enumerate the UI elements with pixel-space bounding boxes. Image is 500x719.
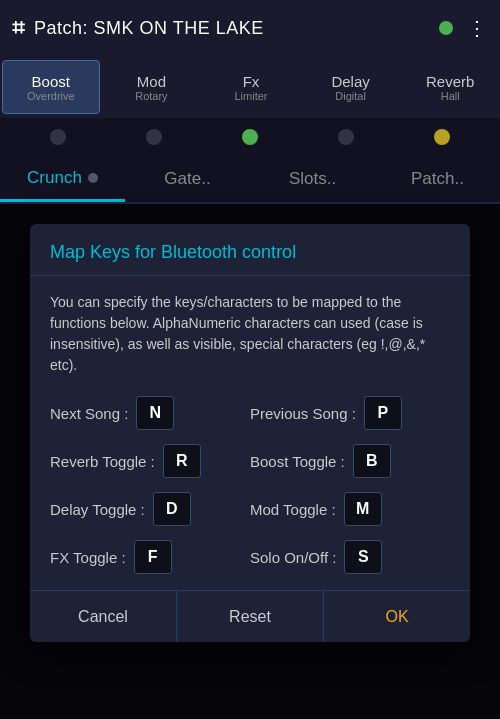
mapping-boost-toggle: Boost Toggle : <box>250 444 450 478</box>
delay-toggle-label: Delay Toggle : <box>50 501 145 518</box>
dialog-description: You can specify the keys/characters to b… <box>50 292 450 376</box>
solo-onoff-input[interactable] <box>344 540 382 574</box>
reset-button[interactable]: Reset <box>177 591 324 642</box>
overlay-backdrop: Map Keys for Bluetooth control You can s… <box>0 204 500 719</box>
subtab-gate-label: Gate.. <box>164 169 210 189</box>
mapping-row-1: Reverb Toggle : Boost Toggle : <box>50 444 450 478</box>
tab-boost-sublabel: Overdrive <box>27 90 75 102</box>
tab-delay[interactable]: Delay Digital <box>303 60 399 114</box>
app-icon: ⌗ <box>12 15 24 41</box>
header-bar: ⌗ Patch: SMK ON THE LAKE ⋮ <box>0 0 500 56</box>
bluetooth-status-dot <box>439 21 453 35</box>
tab-boost[interactable]: Boost Overdrive <box>2 60 100 114</box>
mapping-solo-onoff: Solo On/Off : <box>250 540 450 574</box>
tab-delay-sublabel: Digital <box>335 90 366 102</box>
tab-mod-sublabel: Rotary <box>135 90 167 102</box>
solo-onoff-label: Solo On/Off : <box>250 549 336 566</box>
tab-mod-label: Mod <box>137 73 166 90</box>
menu-button[interactable]: ⋮ <box>467 16 488 40</box>
led-row <box>0 118 500 156</box>
subtab-slots[interactable]: Slots.. <box>250 156 375 202</box>
subtab-patch-label: Patch.. <box>411 169 464 189</box>
patch-title: Patch: SMK ON THE LAKE <box>34 18 264 39</box>
tab-fx[interactable]: Fx Limiter <box>203 60 299 114</box>
subtab-slots-label: Slots.. <box>289 169 336 189</box>
led-fx <box>242 129 258 145</box>
subtab-row: Crunch Gate.. Slots.. Patch.. <box>0 156 500 204</box>
bluetooth-map-dialog: Map Keys for Bluetooth control You can s… <box>30 224 470 642</box>
tab-delay-label: Delay <box>331 73 369 90</box>
tab-boost-label: Boost <box>32 73 70 90</box>
mapping-row-3: FX Toggle : Solo On/Off : <box>50 540 450 574</box>
mapping-fx-toggle: FX Toggle : <box>50 540 250 574</box>
dialog-title: Map Keys for Bluetooth control <box>30 224 470 276</box>
next-song-label: Next Song : <box>50 405 128 422</box>
previous-song-label: Previous Song : <box>250 405 356 422</box>
boost-toggle-label: Boost Toggle : <box>250 453 345 470</box>
header-right: ⋮ <box>439 16 488 40</box>
mod-toggle-input[interactable] <box>344 492 382 526</box>
dialog-footer: Cancel Reset OK <box>30 590 470 642</box>
mapping-next-song: Next Song : <box>50 396 250 430</box>
subtab-patch[interactable]: Patch.. <box>375 156 500 202</box>
previous-song-input[interactable] <box>364 396 402 430</box>
mapping-delay-toggle: Delay Toggle : <box>50 492 250 526</box>
led-delay <box>338 129 354 145</box>
mapping-row-0: Next Song : Previous Song : <box>50 396 450 430</box>
tab-mod[interactable]: Mod Rotary <box>104 60 200 114</box>
dialog-body: You can specify the keys/characters to b… <box>30 276 470 590</box>
led-mod <box>146 129 162 145</box>
tab-reverb[interactable]: Reverb Hall <box>402 60 498 114</box>
cancel-button[interactable]: Cancel <box>30 591 177 642</box>
tab-row: Boost Overdrive Mod Rotary Fx Limiter De… <box>0 56 500 118</box>
tab-fx-label: Fx <box>243 73 260 90</box>
reverb-toggle-input[interactable] <box>163 444 201 478</box>
mapping-mod-toggle: Mod Toggle : <box>250 492 450 526</box>
mod-toggle-label: Mod Toggle : <box>250 501 336 518</box>
led-reverb <box>434 129 450 145</box>
boost-toggle-input[interactable] <box>353 444 391 478</box>
subtab-crunch-dot <box>88 173 98 183</box>
subtab-gate[interactable]: Gate.. <box>125 156 250 202</box>
fx-toggle-input[interactable] <box>134 540 172 574</box>
delay-toggle-input[interactable] <box>153 492 191 526</box>
next-song-input[interactable] <box>136 396 174 430</box>
subtab-crunch[interactable]: Crunch <box>0 156 125 202</box>
mapping-previous-song: Previous Song : <box>250 396 450 430</box>
tab-fx-sublabel: Limiter <box>234 90 267 102</box>
reverb-toggle-label: Reverb Toggle : <box>50 453 155 470</box>
led-boost <box>50 129 66 145</box>
subtab-crunch-label: Crunch <box>27 168 82 188</box>
tab-reverb-sublabel: Hall <box>441 90 460 102</box>
main-content: Map Keys for Bluetooth control You can s… <box>0 204 500 719</box>
mapping-grid: Next Song : Previous Song : Reverb Toggl… <box>50 396 450 574</box>
header-left: ⌗ Patch: SMK ON THE LAKE <box>12 15 264 41</box>
tab-reverb-label: Reverb <box>426 73 474 90</box>
ok-button[interactable]: OK <box>324 591 470 642</box>
mapping-reverb-toggle: Reverb Toggle : <box>50 444 250 478</box>
fx-toggle-label: FX Toggle : <box>50 549 126 566</box>
mapping-row-2: Delay Toggle : Mod Toggle : <box>50 492 450 526</box>
